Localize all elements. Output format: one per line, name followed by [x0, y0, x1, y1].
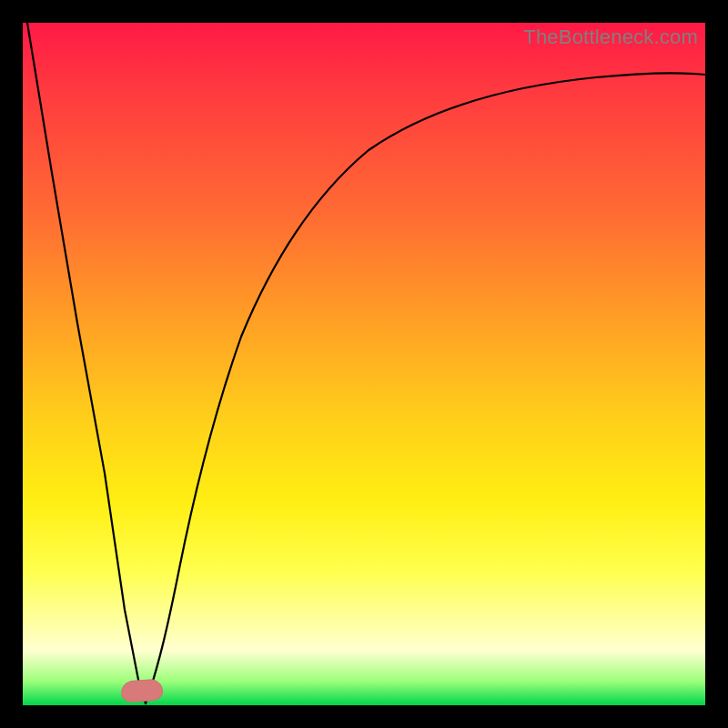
plot-area: TheBottleneck.com — [23, 23, 705, 705]
bottleneck-curves — [23, 23, 705, 705]
curve-right-branch — [146, 73, 705, 703]
curve-left-branch — [27, 23, 146, 703]
optimum-marker — [120, 678, 164, 703]
chart-frame: TheBottleneck.com — [0, 0, 728, 728]
